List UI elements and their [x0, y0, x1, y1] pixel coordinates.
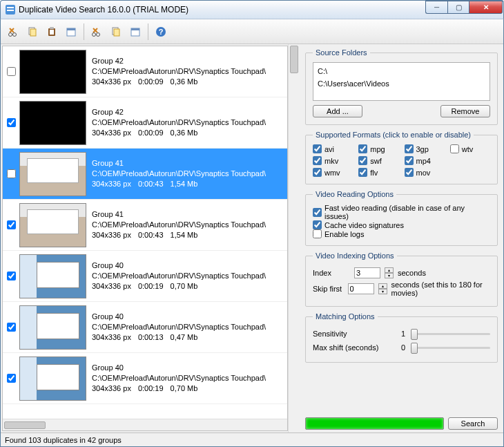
- index-unit: seconds: [398, 269, 426, 277]
- format-checkbox-wmv[interactable]: [313, 168, 322, 177]
- index-spinner[interactable]: ▴▾: [385, 267, 394, 278]
- status-bar: Found 103 duplicates in 42 groups: [1, 432, 503, 446]
- vertical-scrollbar[interactable]: [288, 44, 300, 432]
- row-checkbox[interactable]: [7, 118, 16, 127]
- format-checkbox-flv[interactable]: [358, 168, 367, 177]
- svg-rect-11: [67, 28, 75, 30]
- format-label[interactable]: mp4: [416, 157, 431, 165]
- app-icon: [5, 4, 16, 15]
- list-row[interactable]: Group 40C:\OEM\Preload\Autorun\DRV\Synap…: [3, 353, 287, 404]
- formats-group: Supported Formats (click to enable or di…: [305, 131, 498, 184]
- video-thumbnail[interactable]: [19, 356, 86, 401]
- skip-unit: seconds (set this to 180 for movies): [391, 280, 490, 297]
- sensitivity-slider[interactable]: [411, 327, 490, 340]
- reading-options-group: Video Reading Options Fast video reading…: [305, 190, 498, 246]
- cache-signatures-label[interactable]: Cache video signatures: [324, 221, 404, 229]
- toolbar: ?: [1, 19, 503, 44]
- video-thumbnail[interactable]: [19, 203, 86, 247]
- list-row[interactable]: Group 42C:\OEM\Preload\Autorun\DRV\Synap…: [3, 46, 287, 97]
- cache-signatures-checkbox[interactable]: [313, 220, 322, 229]
- list-row[interactable]: Group 41C:\OEM\Preload\Autorun\DRV\Synap…: [3, 149, 287, 200]
- format-checkbox-3gp[interactable]: [405, 144, 414, 153]
- video-thumbnail[interactable]: [19, 101, 86, 145]
- maximize-button[interactable]: ▢: [447, 1, 469, 14]
- add-folder-button[interactable]: Add ...: [313, 105, 362, 117]
- list-row[interactable]: Group 40C:\OEM\Preload\Autorun\DRV\Synap…: [3, 302, 287, 353]
- results-list[interactable]: Group 42C:\OEM\Preload\Autorun\DRV\Synap…: [3, 46, 287, 419]
- video-thumbnail[interactable]: [19, 50, 86, 94]
- row-checkbox[interactable]: [7, 169, 16, 178]
- source-folder-item[interactable]: C:\: [318, 66, 485, 78]
- format-label[interactable]: flv: [370, 169, 378, 177]
- source-folders-group: Source Folders C:\ C:\Users\acer\Videos …: [305, 48, 498, 125]
- list-row[interactable]: Group 40C:\OEM\Preload\Autorun\DRV\Synap…: [3, 251, 287, 302]
- video-thumbnail[interactable]: [19, 305, 86, 350]
- format-label[interactable]: 3gp: [416, 145, 429, 153]
- video-thumbnail[interactable]: [19, 254, 86, 298]
- format-label[interactable]: wtv: [462, 145, 474, 153]
- format-label[interactable]: swf: [370, 157, 382, 165]
- format-label[interactable]: mpg: [370, 145, 385, 153]
- svg-point-4: [13, 32, 17, 36]
- format-checkbox-mov[interactable]: [405, 168, 414, 177]
- minimize-button[interactable]: ─: [425, 1, 447, 14]
- row-checkbox[interactable]: [7, 272, 16, 280]
- search-button[interactable]: Search: [448, 417, 498, 430]
- format-checkbox-avi[interactable]: [313, 144, 322, 153]
- svg-rect-17: [131, 28, 139, 30]
- fast-reading-label[interactable]: Fast video reading (disable in case of a…: [324, 204, 490, 220]
- titlebar[interactable]: Duplicate Video Search 16.0.0 (TRIAL MOD…: [0, 0, 504, 19]
- svg-point-13: [97, 32, 100, 36]
- row-checkbox[interactable]: [7, 220, 16, 229]
- row-group: Group 40: [92, 363, 266, 373]
- calendar-icon[interactable]: [127, 23, 144, 40]
- row-checkbox[interactable]: [7, 67, 16, 76]
- format-checkbox-mkv[interactable]: [313, 156, 322, 165]
- source-folders-list[interactable]: C:\ C:\Users\acer\Videos: [313, 62, 490, 101]
- close-button[interactable]: ✕: [469, 1, 503, 14]
- index-label: Index: [313, 269, 350, 277]
- paste-icon[interactable]: [43, 23, 60, 40]
- sensitivity-value: 1: [396, 330, 405, 338]
- row-checkbox[interactable]: [7, 374, 16, 383]
- index-seconds-input[interactable]: [354, 267, 380, 278]
- skip-first-input[interactable]: [348, 283, 374, 294]
- cut-icon[interactable]: [5, 23, 21, 40]
- format-checkbox-mpg[interactable]: [358, 144, 367, 153]
- formats-legend: Supported Formats (click to enable or di…: [313, 131, 474, 139]
- row-path: C:\OEM\Preload\Autorun\DRV\Synaptics Tou…: [92, 169, 266, 179]
- fast-reading-checkbox[interactable]: [313, 208, 322, 217]
- matching-legend: Matching Options: [313, 312, 378, 321]
- enable-logs-checkbox[interactable]: [313, 229, 322, 238]
- indexing-legend: Video Indexing Options: [313, 251, 397, 260]
- progress-bar: [305, 417, 444, 430]
- row-group: Group 42: [92, 56, 266, 66]
- copy-icon[interactable]: [108, 23, 124, 40]
- help-icon[interactable]: ?: [153, 23, 169, 40]
- enable-logs-label[interactable]: Enable logs: [324, 230, 365, 238]
- format-label[interactable]: mkv: [324, 157, 338, 165]
- calendar-icon[interactable]: [63, 23, 79, 40]
- row-path: C:\OEM\Preload\Autorun\DRV\Synaptics Tou…: [92, 66, 266, 77]
- format-checkbox-mp4[interactable]: [405, 156, 414, 165]
- cut-icon[interactable]: [88, 23, 105, 40]
- copy-icon[interactable]: [24, 23, 41, 40]
- remove-folder-button[interactable]: Remove: [440, 105, 490, 117]
- skip-spinner[interactable]: ▴▾: [378, 283, 387, 294]
- format-checkbox-wtv[interactable]: [450, 144, 459, 153]
- toolbar-separator: [148, 23, 148, 40]
- format-label[interactable]: avi: [324, 145, 334, 153]
- status-text: Found 103 duplicates in 42 groups: [5, 436, 122, 444]
- row-checkbox[interactable]: [7, 323, 16, 332]
- row-stats: 304x336 px0:00:090,36 Mb: [92, 77, 266, 87]
- list-row[interactable]: Group 41C:\OEM\Preload\Autorun\DRV\Synap…: [3, 200, 287, 251]
- maxshift-slider[interactable]: [411, 341, 490, 354]
- video-thumbnail[interactable]: [19, 152, 86, 196]
- source-folder-item[interactable]: C:\Users\acer\Videos: [318, 78, 485, 91]
- list-row[interactable]: Group 42C:\OEM\Preload\Autorun\DRV\Synap…: [3, 97, 287, 149]
- svg-rect-9: [50, 27, 54, 29]
- horizontal-scrollbar[interactable]: [3, 419, 287, 430]
- format-checkbox-swf[interactable]: [358, 156, 367, 165]
- format-label[interactable]: mov: [416, 169, 431, 177]
- format-label[interactable]: wmv: [324, 169, 340, 177]
